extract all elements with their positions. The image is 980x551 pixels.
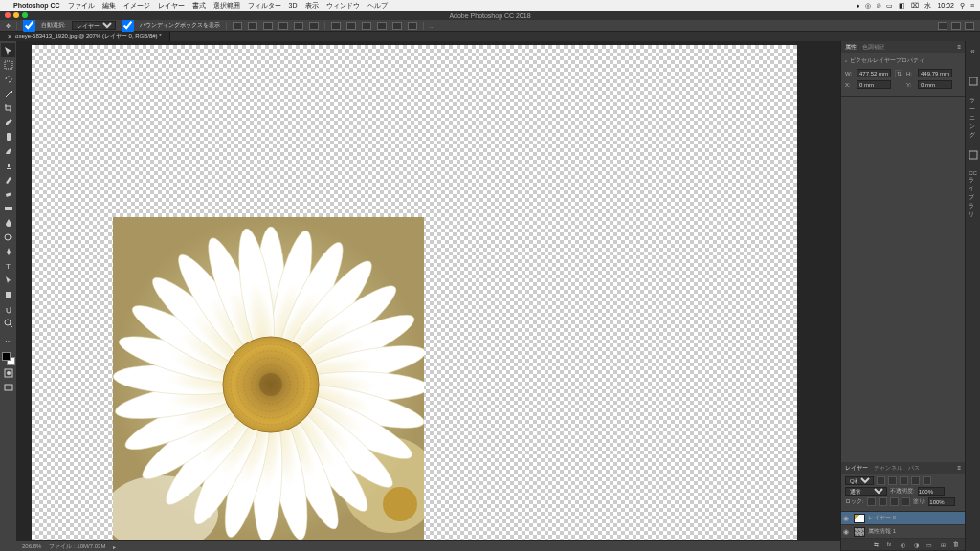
menu-edit[interactable]: 編集 <box>102 1 116 11</box>
menu-help[interactable]: ヘルプ <box>368 1 388 11</box>
delete-layer-icon[interactable]: 🗑 <box>951 540 961 548</box>
layer-content-flower[interactable] <box>113 217 424 540</box>
magic-wand-tool[interactable] <box>1 86 15 100</box>
quick-mask-button[interactable] <box>1 365 15 380</box>
layer-thumbnail-1[interactable] <box>854 527 865 537</box>
app-menu[interactable]: Photoshop CC <box>13 2 60 9</box>
hand-tool[interactable] <box>1 301 15 316</box>
history-brush-tool[interactable] <box>1 172 15 187</box>
document-info[interactable]: ファイル : 10M/7.03M <box>49 542 105 551</box>
menu-window[interactable]: ウィンドウ <box>326 1 360 11</box>
layers-menu-icon[interactable]: ≡ <box>957 465 961 471</box>
fill-input[interactable] <box>928 497 955 506</box>
height-input[interactable] <box>918 69 952 77</box>
link-dimensions-icon[interactable]: ⇅ <box>895 70 902 77</box>
window-maximize-button[interactable] <box>22 12 28 18</box>
blend-mode-dropdown[interactable]: 通常 <box>845 487 887 496</box>
y-input[interactable] <box>918 80 952 89</box>
menu-filter[interactable]: フィルター <box>248 1 281 11</box>
workspace-icon[interactable] <box>938 22 947 30</box>
bounding-box-checkbox[interactable] <box>122 19 134 32</box>
menu-3d[interactable]: 3D <box>289 2 298 9</box>
lock-transparent-icon[interactable] <box>867 497 876 506</box>
filter-type-icon[interactable] <box>900 476 908 485</box>
lock-position-icon[interactable] <box>890 497 899 506</box>
color-swatches[interactable] <box>2 352 15 365</box>
status-arrow-icon[interactable]: ▸ <box>113 543 116 550</box>
distribute-icon-4[interactable] <box>377 22 387 30</box>
lock-all-icon[interactable] <box>902 497 910 506</box>
foreground-color[interactable] <box>2 352 11 361</box>
menu-view[interactable]: 表示 <box>305 1 319 11</box>
status-icon-4[interactable]: ▭ <box>886 2 893 10</box>
shape-tool[interactable] <box>1 287 15 301</box>
menu-layer[interactable]: レイヤー <box>158 1 185 11</box>
opacity-input[interactable] <box>918 487 945 496</box>
layer-item-0[interactable]: ◉ レイヤー 0 <box>841 512 965 525</box>
window-minimize-button[interactable] <box>13 12 19 18</box>
distribute-icon-2[interactable] <box>346 22 356 30</box>
status-icon-2[interactable]: ◎ <box>865 2 871 10</box>
learning-panel-button[interactable] <box>968 76 979 87</box>
battery-icon[interactable]: ⌧ <box>911 2 919 10</box>
layer-item-1[interactable]: ◉ 属性情報 1 <box>841 525 965 539</box>
pen-tool[interactable] <box>1 244 15 258</box>
healing-tool[interactable] <box>1 129 15 143</box>
link-layers-icon[interactable]: ⇆ <box>871 540 880 548</box>
adjustments-tab[interactable]: 色調補正 <box>862 43 885 52</box>
filter-adjust-icon[interactable] <box>888 476 897 485</box>
new-fill-icon[interactable]: ◑ <box>911 540 921 548</box>
type-tool[interactable]: T <box>1 258 15 273</box>
auto-select-dropdown[interactable]: レイヤー <box>72 21 116 30</box>
status-icon-1[interactable]: ● <box>856 2 859 9</box>
close-tab-icon[interactable]: × <box>8 33 11 40</box>
move-tool[interactable] <box>1 43 15 57</box>
screen-mode-button[interactable] <box>1 380 15 394</box>
status-icon-5[interactable]: ◧ <box>899 2 905 10</box>
menu-file[interactable]: ファイル <box>68 1 95 11</box>
status-icon-3[interactable]: ⎚ <box>877 2 880 9</box>
panel-menu-icon[interactable]: ≡ <box>957 44 961 50</box>
align-icon-1[interactable] <box>233 22 242 30</box>
edit-toolbar-button[interactable]: ⋯ <box>1 334 15 348</box>
dodge-tool[interactable] <box>1 230 15 244</box>
menu-image[interactable]: イメージ <box>123 1 150 11</box>
auto-select-checkbox[interactable] <box>23 19 35 32</box>
properties-tab[interactable]: 属性 <box>845 43 857 52</box>
align-icon-5[interactable] <box>294 22 303 30</box>
channels-tab[interactable]: チャンネル <box>874 464 902 473</box>
collapse-toggle-icon[interactable]: « <box>968 45 979 56</box>
layer-style-icon[interactable]: fx <box>884 540 894 548</box>
visibility-toggle-0[interactable]: ◉ <box>843 515 851 522</box>
x-input[interactable] <box>857 80 891 89</box>
distribute-icon-6[interactable] <box>408 22 417 30</box>
path-select-tool[interactable] <box>1 273 15 287</box>
gradient-tool[interactable] <box>1 201 15 215</box>
lasso-tool[interactable] <box>1 72 15 86</box>
width-input[interactable] <box>857 69 891 77</box>
paths-tab[interactable]: パス <box>908 464 920 473</box>
lock-image-icon[interactable] <box>879 497 887 506</box>
zoom-level[interactable]: 206.8% <box>22 543 41 549</box>
distribute-icon-5[interactable] <box>392 22 402 30</box>
search-icon[interactable] <box>951 22 961 30</box>
artboard[interactable] <box>32 45 797 540</box>
menu-select[interactable]: 選択範囲 <box>213 1 240 11</box>
align-icon-4[interactable] <box>278 22 288 30</box>
blur-tool[interactable] <box>1 215 15 230</box>
eraser-tool[interactable] <box>1 187 15 201</box>
menu-icon[interactable]: ≡ <box>970 2 974 9</box>
libraries-panel-button[interactable] <box>968 149 979 161</box>
eyedropper-tool[interactable] <box>1 115 15 129</box>
marquee-tool[interactable] <box>1 57 15 72</box>
new-group-icon[interactable]: ▭ <box>924 540 934 548</box>
filter-smart-icon[interactable] <box>923 476 931 485</box>
stamp-tool[interactable] <box>1 158 15 172</box>
align-icon-6[interactable] <box>309 22 319 30</box>
layer-mask-icon[interactable]: ◐ <box>898 540 907 548</box>
align-icon-3[interactable] <box>263 22 273 30</box>
layer-filter-dropdown[interactable]: Q種類 <box>845 476 874 485</box>
document-tab[interactable]: × oxeye-583413_1920.jpg @ 207% (レイヤー 0, … <box>0 32 170 41</box>
zoom-tool[interactable] <box>1 316 15 330</box>
layer-name-1[interactable]: 属性情報 1 <box>868 527 896 536</box>
